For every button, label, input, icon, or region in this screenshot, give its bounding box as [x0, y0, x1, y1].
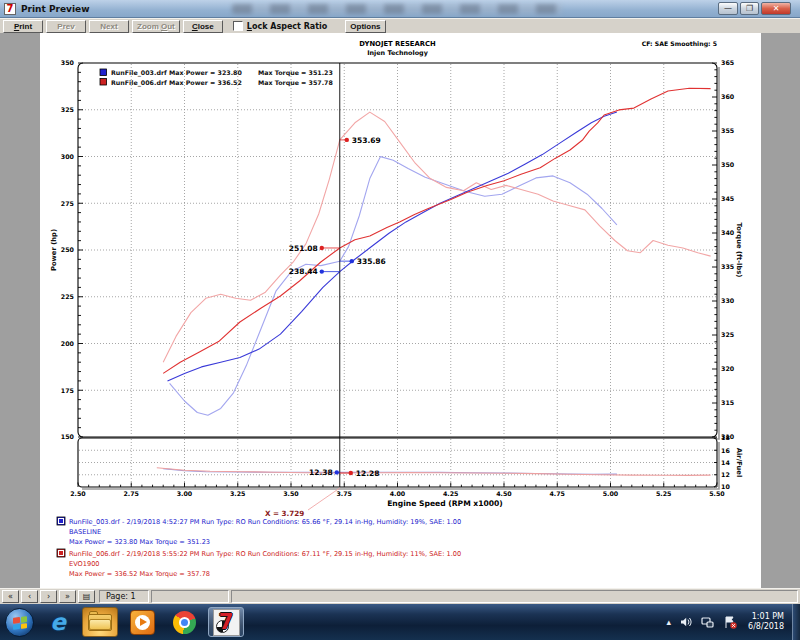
power-tick-label: 350 [61, 59, 75, 66]
taskbar-item-chrome[interactable] [166, 607, 202, 637]
toolbar-button-close[interactable]: Close [183, 20, 223, 33]
legend-text-left: RunFile_006.drf Max Power = 336.52 [111, 79, 242, 87]
run-name-line: EVO1900 [69, 560, 100, 568]
tray-time: 1:01 PM [748, 612, 784, 622]
prev-page-button[interactable]: ‹ [21, 590, 38, 603]
power-tick-label: 225 [61, 293, 74, 300]
statusbar: «‹›»▤ Page: 1 [0, 588, 800, 604]
power-tick-label: 275 [61, 200, 74, 207]
toolbar: PrintPrevNextZoom OutClose Lock Aspect R… [0, 18, 800, 33]
speaker-icon[interactable] [680, 616, 692, 628]
airfuel-tick-label: 12 [721, 471, 730, 478]
restore-button[interactable]: ❐ [740, 2, 759, 15]
rpm-tick-label: 5.00 [603, 490, 619, 497]
chart-subtitle: Injen Technology [367, 49, 429, 57]
rpm-tick-label: 4.75 [549, 490, 565, 497]
chrome-icon [173, 611, 196, 634]
internet-explorer-icon: e [50, 611, 66, 634]
airfuel-tick-label: 14 [721, 459, 730, 466]
power-tick-label: 300 [61, 153, 75, 160]
rpm-tick-label: 2.75 [123, 490, 139, 497]
airfuel-axis-title: Air/Fuel [735, 448, 743, 478]
toolbar-button-zoom-out[interactable]: Zoom Out [132, 20, 180, 33]
action-center-flag-icon[interactable] [724, 616, 737, 629]
cursor-value-label: 353.69 [352, 136, 381, 145]
titlebar: 7 Print Preview — ❐ ✕ [0, 0, 800, 18]
torque-tick-label: 340 [721, 229, 735, 236]
rpm-tick-label: 4.00 [390, 490, 406, 497]
main-chart: 1501752002252502753003253503103153203253… [61, 59, 735, 440]
clock[interactable]: 1:01 PM 6/8/2018 [748, 612, 784, 632]
cursor-x-label: X = 3.729 [265, 509, 304, 518]
taskbar-item-media-player[interactable] [124, 607, 160, 637]
windows-logo-icon [13, 616, 27, 629]
lock-aspect-ratio-checkbox[interactable] [233, 21, 243, 31]
print-preview-page: 1501752002252502753003253503103153203253… [40, 33, 761, 588]
torque-tick-label: 365 [721, 59, 734, 66]
winpep7-icon: 7 [213, 609, 240, 636]
rpm-tick-label: 3.50 [283, 490, 299, 497]
run-max-line: Max Power = 323.80 Max Torque = 351.23 [69, 538, 210, 546]
run-details: RunFile_006.drf - 2/19/2018 5:55:22 PM R… [57, 549, 461, 578]
rpm-tick-label: 5.50 [709, 490, 725, 497]
torque-tick-label: 335 [721, 263, 734, 270]
cursor-readout-leader [308, 488, 340, 510]
first-page-button[interactable]: « [2, 590, 19, 603]
toolbar-button-next[interactable]: Next [89, 20, 129, 33]
rpm-tick-label: 3.00 [177, 490, 193, 497]
show-desktop-button[interactable] [792, 604, 800, 640]
airfuel-chart: 10121416182.502.753.003.253.503.754.004.… [70, 434, 730, 497]
rpm-tick-label: 4.50 [496, 490, 512, 497]
taskbar-item-internet-explorer[interactable]: e [40, 607, 76, 637]
torque-tick-label: 355 [721, 127, 734, 134]
last-page-button[interactable]: » [59, 590, 76, 603]
power-tick-label: 250 [61, 246, 75, 253]
window-title: Print Preview [21, 4, 89, 14]
folder-icon [88, 614, 112, 631]
app-icon: 7 [4, 3, 16, 15]
power-tick-label: 175 [61, 387, 74, 394]
torque-axis-title: Torque (ft-lbs) [735, 223, 743, 278]
lock-aspect-ratio-group: Lock Aspect Ratio [233, 21, 328, 31]
taskbar: e 7 ▴ [0, 604, 800, 640]
taskbar-item-winpep7[interactable]: 7 [208, 607, 244, 637]
torque-tick-label: 350 [721, 161, 735, 168]
lock-aspect-ratio-label: Lock Aspect Ratio [247, 22, 328, 31]
start-button[interactable] [5, 608, 34, 637]
network-icon[interactable] [701, 616, 715, 628]
options-button[interactable]: Options [345, 20, 385, 33]
toolbar-button-prev[interactable]: Prev [46, 20, 86, 33]
cursor-value-label: 12.28 [356, 469, 380, 478]
toolbar-button-group: PrintPrevNextZoom OutClose [0, 20, 223, 33]
print-preview-window: 7 Print Preview — ❐ ✕ PrintPrevNextZoom … [0, 0, 800, 640]
taskbar-item-windows-explorer[interactable] [82, 607, 118, 637]
torque-tick-label: 330 [721, 297, 735, 304]
cursor-value-label: 335.86 [357, 257, 386, 266]
power-tick-label: 200 [61, 340, 75, 347]
rpm-tick-label: 5.25 [656, 490, 672, 497]
dyno-chart-svg: 1501752002252502753003253503103153203253… [40, 33, 761, 588]
status-cell [151, 590, 229, 603]
next-page-button[interactable]: › [40, 590, 57, 603]
torque-tick-label: 360 [721, 93, 735, 100]
rpm-tick-label: 3.25 [230, 490, 246, 497]
power-axis-title: Power (hp) [50, 229, 58, 271]
hidden-icons-chevron[interactable]: ▴ [667, 617, 672, 627]
status-cell [231, 590, 798, 603]
legend-text-right: Max Torque = 357.78 [258, 79, 333, 87]
preview-area: 1501752002252502753003253503103153203253… [0, 33, 800, 588]
page-setup-button[interactable]: ▤ [78, 590, 95, 603]
cursor-value-label: 238.44 [289, 267, 318, 276]
cursor-value-label: 251.08 [289, 244, 318, 253]
power-tick-label: 325 [61, 106, 74, 113]
close-window-button[interactable]: ✕ [761, 2, 791, 15]
airfuel-tick-label: 18 [721, 434, 730, 441]
rpm-tick-label: 3.75 [336, 490, 352, 497]
minimize-button[interactable]: — [718, 2, 738, 15]
rpm-tick-label: 2.50 [70, 490, 86, 497]
legend-row: RunFile_006.drf Max Power = 336.52Max To… [100, 79, 333, 87]
titlebar-blurred-path [232, 4, 562, 14]
page-number-cell: Page: 1 [99, 590, 149, 603]
toolbar-button-print[interactable]: Print [3, 20, 43, 33]
x-axis-title: Engine Speed (RPM x1000) [387, 499, 503, 508]
